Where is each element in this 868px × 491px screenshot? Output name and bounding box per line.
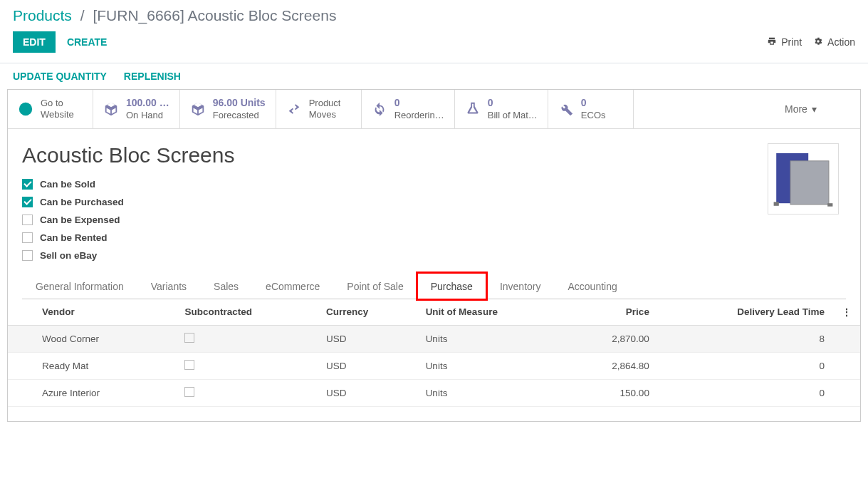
cell-uom: Units (417, 325, 567, 352)
tab-accounting[interactable]: Accounting (554, 273, 630, 299)
action-button[interactable]: Action (813, 36, 855, 48)
tab-inventory[interactable]: Inventory (486, 273, 555, 299)
gear-icon (813, 36, 827, 48)
refresh-icon (372, 101, 387, 117)
checkbox[interactable] (22, 215, 33, 225)
table-header-row: Vendor Subcontracted Currency Unit of Me… (8, 299, 860, 326)
print-button[interactable]: Print (767, 36, 802, 48)
flask-icon (465, 101, 481, 117)
col-vendor[interactable]: Vendor (8, 299, 176, 326)
breadcrumb-current: [FURN_6666] Acoustic Bloc Screens (93, 7, 336, 24)
cell-lead: 8 (658, 325, 833, 352)
checkbox[interactable] (22, 232, 33, 243)
cell-vendor: Azure Interior (8, 379, 176, 406)
boxes-icon (103, 101, 119, 117)
cell-price: 2,870.00 (567, 325, 658, 352)
svg-rect-4 (774, 202, 779, 205)
svg-point-0 (19, 103, 32, 115)
checkbox[interactable] (184, 360, 194, 370)
breadcrumb: Products / [FURN_6666] Acoustic Bloc Scr… (13, 7, 855, 24)
tab-point-of-sale[interactable]: Point of Sale (333, 273, 417, 299)
checkbox[interactable] (22, 197, 33, 207)
cell-currency: USD (318, 352, 417, 379)
cell-currency: USD (318, 379, 417, 406)
tab-purchase[interactable]: Purchase (417, 273, 486, 299)
svg-rect-2 (790, 161, 829, 205)
col-menu[interactable]: ⋮ (833, 299, 860, 326)
kebab-icon: ⋮ (842, 307, 852, 318)
boxes-icon (190, 101, 206, 117)
checkbox-label: Can be Expensed (40, 215, 120, 225)
check-sell-on-ebay: Sell on eBay (22, 250, 768, 261)
exchange-icon (286, 101, 302, 117)
stat-ecos[interactable]: 0 ECOs (548, 90, 634, 128)
stat-more[interactable]: More▾ (775, 90, 860, 128)
wrench-icon (558, 101, 574, 117)
stat-reordering[interactable]: 0 Reorderin… (362, 90, 455, 128)
cell-subcontracted (176, 352, 318, 379)
tab-general-information[interactable]: General Information (22, 273, 137, 299)
stat-on-hand[interactable]: 100.00 … On Hand (93, 90, 180, 128)
cell-uom: Units (417, 352, 567, 379)
checkbox[interactable] (184, 333, 194, 343)
tab-sales[interactable]: Sales (200, 273, 252, 299)
checkbox-label: Can be Rented (40, 232, 108, 243)
col-price[interactable]: Price (567, 299, 658, 326)
stat-product-moves[interactable]: Product Moves (276, 90, 362, 128)
svg-rect-5 (827, 203, 832, 207)
stat-forecasted[interactable]: 96.00 Units Forecasted (180, 90, 276, 128)
print-icon (767, 36, 781, 48)
product-title: Acoustic Bloc Screens (22, 143, 768, 167)
cell-subcontracted (176, 325, 318, 352)
checkbox-label: Can be Sold (40, 179, 95, 190)
checkbox[interactable] (184, 387, 194, 397)
cell-subcontracted (176, 379, 318, 406)
tab-ecommerce[interactable]: eCommerce (252, 273, 333, 299)
check-can-be-expensed: Can be Expensed (22, 215, 768, 225)
table-row[interactable]: Ready MatUSDUnits2,864.800 (8, 352, 860, 379)
update-quantity-button[interactable]: UPDATE QUANTITY (13, 71, 107, 82)
table-row[interactable]: Azure InteriorUSDUnits150.000 (8, 379, 860, 406)
cell-vendor: Wood Corner (8, 325, 176, 352)
tab-variants[interactable]: Variants (137, 273, 200, 299)
check-can-be-rented: Can be Rented (22, 232, 768, 243)
stat-go-to-website[interactable]: Go to Website (8, 90, 93, 128)
check-can-be-sold: Can be Sold (22, 179, 768, 190)
stat-bill-of-materials[interactable]: 0 Bill of Mat… (455, 90, 548, 128)
col-subcontracted[interactable]: Subcontracted (176, 299, 318, 326)
checkbox-label: Sell on eBay (40, 250, 97, 261)
cell-currency: USD (318, 325, 417, 352)
product-image[interactable] (768, 143, 839, 215)
col-uom[interactable]: Unit of Measure (417, 299, 567, 326)
table-row[interactable]: Wood CornerUSDUnits2,870.008 (8, 325, 860, 352)
create-button[interactable]: CREATE (67, 36, 108, 48)
breadcrumb-root[interactable]: Products (13, 7, 72, 24)
cell-vendor: Ready Mat (8, 352, 176, 379)
col-currency[interactable]: Currency (318, 299, 417, 326)
chevron-down-icon: ▾ (812, 103, 817, 115)
cell-lead: 0 (658, 352, 833, 379)
checkbox-label: Can be Purchased (40, 197, 124, 207)
globe-icon (18, 101, 33, 117)
col-lead[interactable]: Delivery Lead Time (658, 299, 833, 326)
cell-uom: Units (417, 379, 567, 406)
replenish-button[interactable]: REPLENISH (124, 71, 181, 82)
cell-price: 2,864.80 (567, 352, 658, 379)
cell-price: 150.00 (567, 379, 658, 406)
edit-button[interactable]: EDIT (13, 31, 56, 53)
checkbox[interactable] (22, 250, 33, 261)
check-can-be-purchased: Can be Purchased (22, 197, 768, 207)
cell-lead: 0 (658, 379, 833, 406)
checkbox[interactable] (22, 179, 33, 190)
